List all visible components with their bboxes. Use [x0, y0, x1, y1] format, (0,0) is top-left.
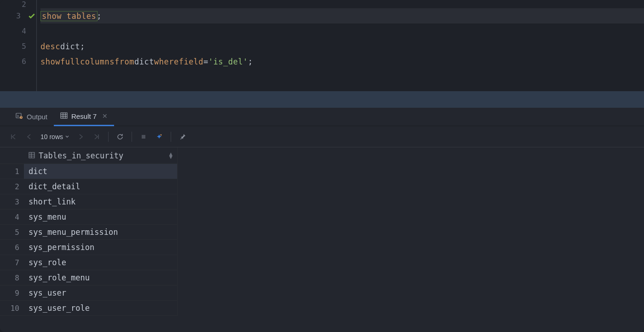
row-number[interactable]: 8 — [0, 270, 24, 285]
table-cell[interactable]: sys_role_menu — [24, 270, 178, 285]
row-number[interactable]: 2 — [0, 179, 24, 194]
panel-divider[interactable] — [0, 91, 644, 108]
code-line[interactable] — [40, 0, 644, 8]
tab-result[interactable]: Result 7 ✕ — [54, 108, 114, 126]
table-cell[interactable]: dict — [24, 164, 178, 179]
table-cell[interactable]: short_link — [24, 194, 178, 210]
results-empty-area — [178, 147, 644, 332]
editor-code[interactable]: show tables;desc dict;show full columns … — [37, 0, 644, 91]
next-page-button[interactable] — [74, 130, 88, 144]
line-number: 4 — [0, 23, 36, 39]
toolbar-separator — [132, 132, 132, 142]
sql-editor[interactable]: 23456 show tables;desc dict;show full co… — [0, 0, 644, 91]
rows-dropdown[interactable]: 10 rows — [38, 133, 72, 140]
tab-output[interactable]: Output — [9, 108, 54, 126]
table-cell[interactable]: sys_role — [24, 255, 178, 270]
row-number[interactable]: 5 — [0, 225, 24, 240]
result-tabs: Output Result 7 ✕ — [0, 108, 644, 126]
toolbar-separator — [108, 132, 109, 142]
toolbar-separator — [171, 132, 171, 142]
row-number[interactable]: 9 — [0, 285, 24, 301]
line-number: 2 — [0, 0, 36, 8]
row-number[interactable]: 6 — [0, 240, 24, 255]
ai-action-button[interactable] — [152, 130, 166, 144]
code-line[interactable]: desc dict; — [40, 39, 644, 54]
svg-rect-7 — [142, 135, 145, 139]
table-cell[interactable]: sys_user — [24, 285, 178, 301]
editor-gutter: 23456 — [0, 0, 37, 91]
table-column-icon — [29, 151, 35, 160]
last-page-button[interactable] — [90, 130, 104, 144]
results-grid[interactable]: 12345678910 Tables_in_security ▲▼ dictdi… — [0, 147, 644, 332]
column-header-label: Tables_in_security — [39, 151, 123, 160]
table-icon — [60, 112, 68, 121]
code-line[interactable] — [40, 23, 644, 39]
row-number[interactable]: 7 — [0, 255, 24, 270]
row-number[interactable]: 10 — [0, 301, 24, 316]
table-cell[interactable]: sys_user_role — [24, 301, 178, 316]
svg-rect-2 — [61, 113, 67, 118]
stop-button[interactable] — [137, 130, 150, 144]
tab-result-label: Result 7 — [71, 112, 97, 120]
table-cell[interactable]: sys_permission — [24, 240, 178, 255]
pin-button[interactable] — [176, 130, 190, 144]
results-column: Tables_in_security ▲▼ dictdict_detailsho… — [24, 147, 178, 332]
table-cell[interactable]: sys_menu — [24, 210, 178, 225]
row-number[interactable]: 3 — [0, 194, 24, 210]
chevron-down-icon — [65, 133, 69, 140]
line-number: 3 — [0, 8, 36, 23]
tab-output-label: Output — [27, 113, 47, 121]
code-line[interactable]: show tables; — [40, 8, 644, 23]
check-icon — [27, 12, 37, 20]
sort-icon[interactable]: ▲▼ — [169, 152, 172, 159]
line-number: 6 — [0, 54, 36, 69]
rows-label: 10 rows — [40, 133, 63, 140]
line-number: 5 — [0, 39, 36, 54]
first-page-button[interactable] — [6, 130, 20, 144]
close-icon[interactable]: ✕ — [102, 112, 108, 120]
results-toolbar: 10 rows — [0, 126, 644, 147]
output-icon — [16, 112, 23, 121]
svg-rect-8 — [29, 152, 34, 158]
table-cell[interactable]: dict_detail — [24, 179, 178, 194]
row-number[interactable]: 1 — [0, 164, 24, 179]
table-cell[interactable]: sys_menu_permission — [24, 225, 178, 240]
prev-page-button[interactable] — [22, 130, 36, 144]
code-line[interactable]: show full columns from dict where field … — [40, 54, 644, 69]
reload-button[interactable] — [113, 130, 127, 144]
column-header[interactable]: Tables_in_security ▲▼ — [24, 147, 178, 164]
row-number[interactable]: 4 — [0, 210, 24, 225]
row-number-gutter: 12345678910 — [0, 147, 24, 332]
